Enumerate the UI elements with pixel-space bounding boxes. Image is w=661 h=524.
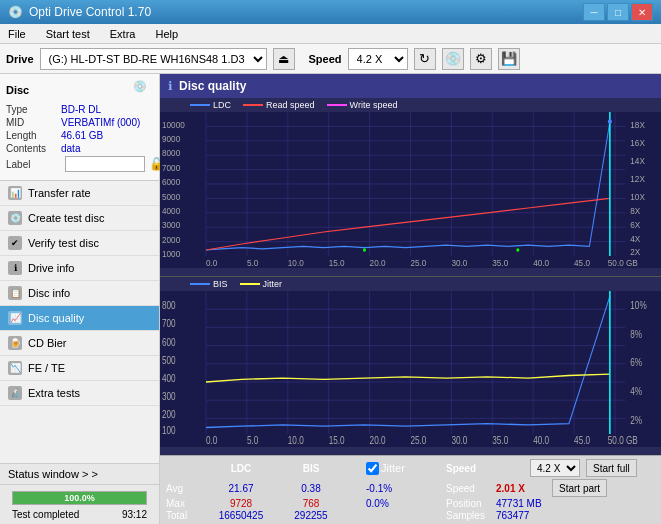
sidebar-item-disc-quality[interactable]: 📈 Disc quality xyxy=(0,306,159,331)
bis-col-header: BIS xyxy=(276,463,346,474)
sidebar-item-verify-test-disc[interactable]: ✔ Verify test disc xyxy=(0,231,159,256)
svg-text:18X: 18X xyxy=(630,119,645,130)
svg-text:5.0: 5.0 xyxy=(247,436,258,447)
svg-text:6%: 6% xyxy=(630,358,642,369)
sidebar-item-cd-bier[interactable]: 🍺 CD Bier xyxy=(0,331,159,356)
titlebar: 💿 Opti Drive Control 1.70 ─ □ ✕ xyxy=(0,0,661,24)
bis-color xyxy=(190,283,210,285)
menu-extra[interactable]: Extra xyxy=(106,27,140,41)
content-area: ℹ Disc quality LDC Read speed xyxy=(160,74,661,524)
verify-test-disc-icon: ✔ xyxy=(8,236,22,250)
speed-value-stats: 2.01 X xyxy=(496,483,546,494)
svg-text:35.0: 35.0 xyxy=(492,436,508,447)
settings-button[interactable]: ⚙ xyxy=(470,48,492,70)
sidebar-item-verify-test-disc-label: Verify test disc xyxy=(28,237,99,249)
svg-text:14X: 14X xyxy=(630,155,645,166)
bis-label: BIS xyxy=(213,279,228,289)
start-full-button[interactable]: Start full xyxy=(586,459,637,477)
create-test-disc-icon: 💿 xyxy=(8,211,22,225)
svg-text:20.0: 20.0 xyxy=(370,436,386,447)
titlebar-controls: ─ □ ✕ xyxy=(583,3,653,21)
two-charts: LDC Read speed Write speed xyxy=(160,98,661,455)
svg-text:25.0: 25.0 xyxy=(411,257,427,268)
legend-bottom: BIS Jitter xyxy=(160,277,661,291)
samples-value-stats: 763477 xyxy=(496,510,556,521)
stats-total-row: Total 16650425 292255 Samples 763477 xyxy=(166,510,655,521)
menubar: File Start test Extra Help xyxy=(0,24,661,44)
minimize-button[interactable]: ─ xyxy=(583,3,605,21)
svg-text:6000: 6000 xyxy=(162,177,180,188)
jitter-color xyxy=(240,283,260,285)
refresh-button[interactable]: ↻ xyxy=(414,48,436,70)
status-window-button[interactable]: Status window > > xyxy=(0,464,159,485)
sidebar-item-transfer-rate[interactable]: 📊 Transfer rate xyxy=(0,181,159,206)
disc-type-label: Type xyxy=(6,104,61,115)
stats-max-row: Max 9728 768 0.0% Position 47731 MB xyxy=(166,498,655,509)
top-chart-svg: 10000 9000 8000 7000 6000 5000 4000 3000… xyxy=(160,112,661,268)
stats-bottom: LDC BIS Jitter Speed 4.2 X Start full xyxy=(160,455,661,524)
sidebar-item-drive-info[interactable]: ℹ Drive info xyxy=(0,256,159,281)
avg-jitter: -0.1% xyxy=(366,483,446,494)
svg-text:40.0: 40.0 xyxy=(533,436,549,447)
menu-start-test[interactable]: Start test xyxy=(42,27,94,41)
svg-point-53 xyxy=(516,248,519,252)
disc-length-value: 46.61 GB xyxy=(61,130,103,141)
svg-text:2X: 2X xyxy=(630,246,640,257)
svg-text:600: 600 xyxy=(162,337,176,348)
svg-text:9000: 9000 xyxy=(162,133,180,144)
svg-text:10.0: 10.0 xyxy=(288,436,304,447)
disc-info-icon: 📋 xyxy=(8,286,22,300)
sidebar-item-disc-info-label: Disc info xyxy=(28,287,70,299)
disc-button[interactable]: 💿 xyxy=(442,48,464,70)
start-part-button[interactable]: Start part xyxy=(552,479,607,497)
maximize-button[interactable]: □ xyxy=(607,3,629,21)
nav-items: 📊 Transfer rate 💿 Create test disc ✔ Ver… xyxy=(0,181,159,463)
status-section: Status window > > 100.0% Test completed … xyxy=(0,463,159,524)
svg-text:0.0: 0.0 xyxy=(206,257,217,268)
legend-read: Read speed xyxy=(243,100,315,110)
progress-bar-fill: 100.0% xyxy=(13,492,146,504)
jitter-checkbox[interactable] xyxy=(366,462,379,475)
menu-file[interactable]: File xyxy=(4,27,30,41)
sidebar-item-fe-te[interactable]: 📉 FE / TE xyxy=(0,356,159,381)
svg-text:4X: 4X xyxy=(630,233,640,244)
sidebar-item-create-test-disc-label: Create test disc xyxy=(28,212,104,224)
total-bis: 292255 xyxy=(276,510,346,521)
svg-text:50.0 GB: 50.0 GB xyxy=(608,436,638,447)
disc-mid-value: VERBATIMf (000) xyxy=(61,117,140,128)
svg-text:2000: 2000 xyxy=(162,234,180,245)
speed-select[interactable]: 4.2 X xyxy=(348,48,408,70)
svg-text:700: 700 xyxy=(162,319,176,330)
ldc-label: LDC xyxy=(213,100,231,110)
ldc-col-header: LDC xyxy=(206,463,276,474)
svg-text:20.0: 20.0 xyxy=(370,257,386,268)
save-button[interactable]: 💾 xyxy=(498,48,520,70)
svg-text:400: 400 xyxy=(162,373,176,384)
close-button[interactable]: ✕ xyxy=(631,3,653,21)
dq-icon: ℹ xyxy=(168,79,173,93)
svg-text:12X: 12X xyxy=(630,173,645,184)
menu-help[interactable]: Help xyxy=(151,27,182,41)
svg-text:15.0: 15.0 xyxy=(329,436,345,447)
samples-label-stats: Samples xyxy=(446,510,496,521)
drive-select[interactable]: (G:) HL-DT-ST BD-RE WH16NS48 1.D3 xyxy=(40,48,267,70)
app-icon: 💿 xyxy=(8,5,23,19)
max-bis: 768 xyxy=(276,498,346,509)
disc-label-input[interactable] xyxy=(65,156,145,172)
disc-label-row: Label 🔓 xyxy=(6,156,153,172)
disc-info-panel: Disc 💿 Type BD-R DL MID VERBATIMf (000) … xyxy=(0,74,159,181)
svg-text:10%: 10% xyxy=(630,300,646,311)
sidebar-item-extra-tests[interactable]: 🔬 Extra tests xyxy=(0,381,159,406)
sidebar-item-create-test-disc[interactable]: 💿 Create test disc xyxy=(0,206,159,231)
dq-title: Disc quality xyxy=(179,79,246,93)
avg-bis: 0.38 xyxy=(276,483,346,494)
sidebar-item-disc-info[interactable]: 📋 Disc info xyxy=(0,281,159,306)
eject-button[interactable]: ⏏ xyxy=(273,48,295,70)
sidebar-item-extra-tests-label: Extra tests xyxy=(28,387,80,399)
disc-contents-row: Contents data xyxy=(6,143,153,154)
progress-label: 100.0% xyxy=(64,493,95,503)
disc-panel-title: Disc xyxy=(6,84,29,96)
stats-speed-select[interactable]: 4.2 X xyxy=(530,459,580,477)
disc-type-value: BD-R DL xyxy=(61,104,101,115)
svg-text:8%: 8% xyxy=(630,329,642,340)
